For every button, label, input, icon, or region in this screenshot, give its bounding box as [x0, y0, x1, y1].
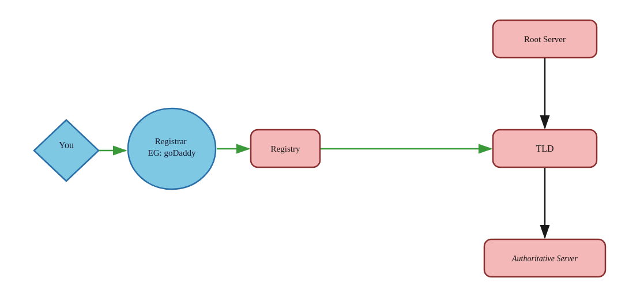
auth-server-label: Authoritative Server: [511, 254, 578, 263]
you-label: You: [59, 140, 74, 150]
you-diamond: [34, 120, 99, 181]
tld-label: TLD: [536, 144, 553, 153]
diagram-svg: You Registrar EG: goDaddy Registry Root …: [0, 0, 644, 297]
root-server-label: Root Server: [524, 35, 566, 44]
diagram-container: You Registrar EG: goDaddy Registry Root …: [0, 0, 644, 297]
registry-label: Registry: [271, 144, 300, 153]
